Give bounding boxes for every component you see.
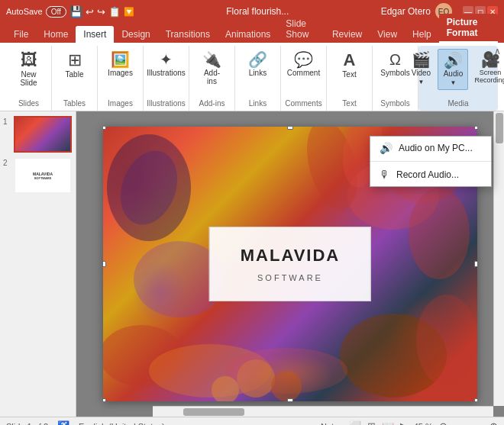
group-illustrations: ✦ Illustrations Illustrations bbox=[144, 46, 189, 111]
group-media: 🎬 Video▼ 🔊 Audio▼ 🎥 ScreenRecording Medi… bbox=[418, 46, 498, 111]
status-left: Slide 1 of 2 ♿ English (United States) bbox=[6, 420, 165, 425]
normal-view-icon[interactable]: ⬜ bbox=[349, 420, 361, 425]
handle-bot-mid[interactable] bbox=[287, 398, 293, 401]
language-label: English (United States) bbox=[79, 422, 165, 426]
tab-review[interactable]: Review bbox=[325, 26, 370, 43]
grid-view-icon[interactable]: ⊞ bbox=[367, 420, 376, 425]
group-images: 🖼️ Images Images bbox=[98, 46, 144, 111]
text-button[interactable]: A Text bbox=[333, 49, 367, 82]
media-group-label: Media bbox=[447, 99, 468, 111]
symbols-group-label: Symbols bbox=[380, 99, 409, 111]
slide-thumb-bg-2: MALAVIDA SOFTWARE bbox=[15, 159, 70, 192]
slide-thumbnail-1[interactable]: 1 bbox=[3, 116, 73, 153]
handle-top-right[interactable] bbox=[474, 127, 477, 130]
slide-thumb-img-1[interactable] bbox=[14, 116, 72, 153]
tab-file[interactable]: File bbox=[6, 26, 36, 43]
redo-icon[interactable]: ↪ bbox=[97, 6, 105, 18]
table-button[interactable]: ⊞ Table bbox=[58, 49, 92, 82]
images-group-label: Images bbox=[108, 99, 133, 111]
accessibility-icon: ♿ bbox=[57, 420, 69, 425]
autosave-label: AutoSave bbox=[6, 7, 43, 16]
links-button[interactable]: 🔗 Links bbox=[241, 49, 275, 80]
images-button[interactable]: 🖼️ Images bbox=[103, 49, 137, 80]
addins-button[interactable]: 🔌 Add-ins bbox=[195, 49, 229, 89]
status-bar: Slide 1 of 2 ♿ English (United States) N… bbox=[0, 417, 504, 425]
comments-group-items: 💬 Comment bbox=[283, 46, 325, 99]
new-slide-button[interactable]: 🖼 NewSlide bbox=[12, 49, 46, 90]
slide-subtitle: SOFTWARE bbox=[241, 273, 340, 282]
new-slide-icon: 🖼 bbox=[21, 52, 37, 69]
slides-group-label: Slides bbox=[18, 99, 39, 111]
audio-icon: 🔊 bbox=[444, 53, 463, 68]
slide-number-1: 1 bbox=[3, 118, 11, 126]
handle-mid-right[interactable] bbox=[474, 261, 477, 267]
zoom-slider[interactable]: ⊖──────⊕ bbox=[439, 420, 498, 425]
video-button[interactable]: 🎬 Video▼ bbox=[405, 49, 436, 89]
illustrations-group-label: Illustrations bbox=[147, 99, 186, 111]
tab-picture-format[interactable]: Picture Format bbox=[439, 14, 498, 43]
media-group-items: 🎬 Video▼ 🔊 Audio▼ 🎥 ScreenRecording bbox=[405, 46, 504, 99]
record-audio-item[interactable]: 🎙 Record Audio... bbox=[370, 163, 491, 186]
tab-view[interactable]: View bbox=[370, 26, 405, 43]
audio-dropdown-menu: 🔊 Audio on My PC... 🎙 Record Audio... bbox=[370, 136, 492, 187]
handle-top-mid[interactable] bbox=[287, 127, 293, 130]
slide-textbox[interactable]: MALAVIDA SOFTWARE bbox=[209, 227, 371, 301]
undo-icon[interactable]: ↩ bbox=[86, 6, 94, 18]
text-icon: A bbox=[344, 52, 356, 69]
username-label: Edgar Otero bbox=[381, 6, 431, 17]
comment-button[interactable]: 💬 Comment bbox=[283, 49, 325, 80]
handle-bot-left[interactable] bbox=[103, 398, 106, 401]
addins-group-label: Add-ins bbox=[199, 99, 225, 111]
status-right: Notes ⬜ ⊞ 📖 ▶ 45 % ⊖──────⊕ bbox=[321, 420, 498, 425]
ribbon: 🖼 NewSlide Slides ⊞ Table Tables 🖼️ Imag… bbox=[0, 43, 504, 111]
handle-top-left[interactable] bbox=[103, 127, 106, 130]
tab-help[interactable]: Help bbox=[405, 26, 439, 43]
vertical-scrollbar-thumb[interactable] bbox=[496, 113, 503, 143]
record-audio-icon: 🎙 bbox=[380, 169, 390, 181]
audio-button[interactable]: 🔊 Audio▼ bbox=[438, 49, 468, 90]
table-icon: ⊞ bbox=[68, 52, 82, 69]
tab-transitions[interactable]: Transitions bbox=[158, 26, 218, 43]
group-tables: ⊞ Table Tables bbox=[52, 46, 98, 111]
links-icon: 🔗 bbox=[248, 52, 267, 67]
save-icon[interactable]: 💾 bbox=[69, 5, 82, 18]
ribbon-collapse-button[interactable]: ∧ bbox=[494, 46, 501, 56]
slideshow-view-icon[interactable]: ▶ bbox=[400, 420, 408, 425]
text-group-items: A Text bbox=[333, 46, 367, 99]
horizontal-scrollbar[interactable] bbox=[153, 406, 493, 417]
links-group-label: Links bbox=[249, 99, 267, 111]
video-icon: 🎬 bbox=[412, 52, 431, 67]
reading-view-icon[interactable]: 📖 bbox=[382, 420, 394, 425]
dropdown-icon[interactable]: 🔽 bbox=[124, 7, 134, 17]
illustrations-button[interactable]: ✦ Illustrations bbox=[142, 49, 190, 80]
tab-home[interactable]: Home bbox=[36, 26, 76, 43]
notes-button[interactable]: Notes bbox=[321, 422, 343, 426]
images-group-items: 🖼️ Images bbox=[103, 46, 137, 99]
text-group-label: Text bbox=[342, 99, 356, 111]
slide-title: MALAVIDA bbox=[241, 246, 340, 266]
tab-insert[interactable]: Insert bbox=[76, 26, 114, 43]
tab-slideshow[interactable]: Slide Show bbox=[278, 15, 325, 43]
slide-count-label: Slide 1 of 2 bbox=[6, 422, 48, 426]
horizontal-scrollbar-thumb[interactable] bbox=[183, 408, 244, 416]
document-title: Floral flourish... bbox=[134, 6, 381, 17]
tab-animations[interactable]: Animations bbox=[218, 26, 278, 43]
slides-group-items: 🖼 NewSlide bbox=[12, 46, 46, 99]
group-comments: 💬 Comment Comments bbox=[281, 46, 327, 111]
illustrations-icon: ✦ bbox=[160, 52, 173, 67]
tab-design[interactable]: Design bbox=[114, 26, 157, 43]
svg-point-15 bbox=[271, 371, 302, 401]
title-bar-left: AutoSave Off 💾 ↩ ↪ 📋 🔽 bbox=[6, 5, 134, 18]
handle-mid-left[interactable] bbox=[103, 261, 106, 267]
audio-pc-label: Audio on My PC... bbox=[399, 143, 473, 153]
slide-thumbnail-2[interactable]: 2 MALAVIDA SOFTWARE bbox=[3, 157, 73, 194]
audio-on-pc-item[interactable]: 🔊 Audio on My PC... bbox=[370, 137, 491, 159]
vertical-scrollbar[interactable] bbox=[493, 111, 504, 406]
zoom-level: 45 % bbox=[414, 422, 433, 426]
autosave-toggle[interactable]: Off bbox=[46, 6, 66, 18]
handle-bot-right[interactable] bbox=[474, 398, 477, 401]
group-links: 🔗 Links Links bbox=[235, 46, 281, 111]
addins-group-items: 🔌 Add-ins bbox=[195, 46, 229, 99]
present-icon[interactable]: 📋 bbox=[108, 6, 121, 18]
slide-thumb-img-2[interactable]: MALAVIDA SOFTWARE bbox=[14, 157, 72, 194]
